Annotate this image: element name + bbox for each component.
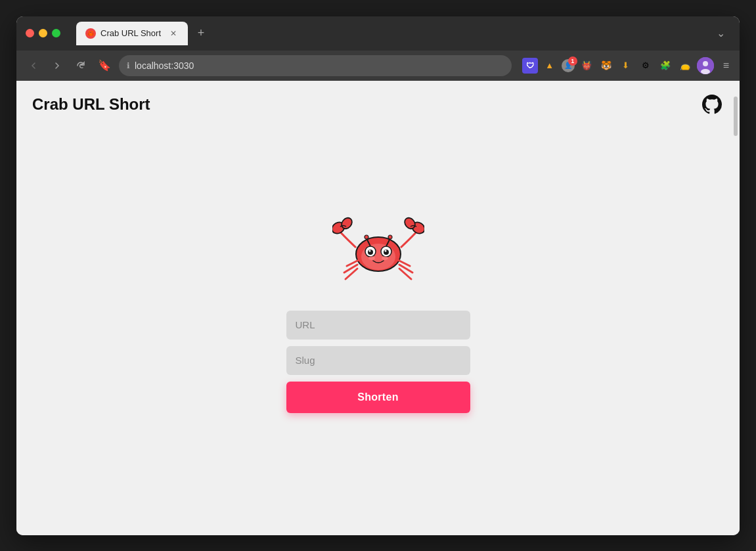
scrollbar-thumb[interactable] (734, 97, 738, 136)
active-tab[interactable]: 🦀 Crab URL Short ✕ (76, 22, 188, 45)
slug-input[interactable] (286, 346, 470, 375)
form-container: Shorten (286, 311, 470, 413)
ext-gear-icon[interactable]: ⚙ (638, 58, 654, 74)
address-text: localhost:3030 (135, 60, 194, 71)
svg-point-25 (365, 235, 368, 239)
svg-point-9 (368, 250, 370, 252)
ext-puzzle-icon[interactable]: 🧩 (657, 58, 673, 74)
ext-profile-icon[interactable] (697, 57, 714, 74)
back-button[interactable] (24, 56, 43, 75)
ext-monster-icon[interactable]: 👹 (579, 58, 594, 74)
browser-menu-button[interactable]: ≡ (721, 57, 732, 74)
titlebar: 🦀 Crab URL Short ✕ + ⌄ (16, 16, 740, 51)
tab-favicon: 🦀 (85, 28, 96, 39)
ext-tiger-icon[interactable]: 🐯 (598, 58, 614, 74)
ext-notification-icon[interactable]: 1 👤 (562, 59, 575, 72)
crab-illustration (332, 207, 424, 292)
page-title: Crab URL Short (32, 95, 150, 114)
svg-point-10 (384, 250, 386, 252)
traffic-lights (26, 29, 60, 37)
maximize-window-button[interactable] (52, 29, 60, 37)
tab-close-button[interactable]: ✕ (168, 28, 179, 39)
ext-wallet-icon[interactable]: 👝 (677, 58, 693, 74)
browser-extensions: 🛡 ▲ 1 👤 👹 🐯 ⬇ ⚙ 🧩 👝 ≡ (522, 57, 732, 74)
ext-download-icon[interactable]: ⬇ (618, 58, 634, 74)
browser-window: 🦀 Crab URL Short ✕ + ⌄ 🔖 (16, 16, 740, 535)
main-area: Shorten (16, 124, 740, 535)
security-icon: ℹ (127, 61, 130, 70)
brave-rewards-icon[interactable]: ▲ (542, 58, 558, 74)
svg-point-2 (701, 69, 710, 74)
tab-menu-button[interactable]: ⌄ (711, 24, 730, 42)
shorten-button[interactable]: Shorten (286, 382, 470, 413)
address-bar[interactable]: ℹ localhost:3030 (119, 55, 512, 76)
svg-point-1 (703, 61, 708, 66)
svg-point-12 (382, 256, 388, 260)
forward-button[interactable] (48, 56, 66, 75)
page-content: Crab URL Short (16, 81, 740, 535)
url-input[interactable] (286, 311, 470, 340)
navbar: 🔖 ℹ localhost:3030 🛡 ▲ 1 👤 👹 🐯 ⬇ ⚙ 🧩 👝 (16, 51, 740, 81)
brave-shields-icon[interactable]: 🛡 (522, 58, 538, 74)
github-icon[interactable] (700, 93, 724, 116)
page-header: Crab URL Short (16, 81, 740, 124)
reload-button[interactable] (72, 56, 90, 75)
bookmark-button[interactable]: 🔖 (95, 56, 114, 74)
close-window-button[interactable] (26, 29, 34, 37)
svg-point-11 (368, 256, 375, 260)
new-tab-button[interactable]: + (192, 24, 210, 43)
tab-title: Crab URL Short (100, 28, 161, 38)
svg-point-26 (388, 235, 392, 239)
minimize-window-button[interactable] (39, 29, 47, 37)
tab-bar: 🦀 Crab URL Short ✕ + (76, 22, 705, 45)
